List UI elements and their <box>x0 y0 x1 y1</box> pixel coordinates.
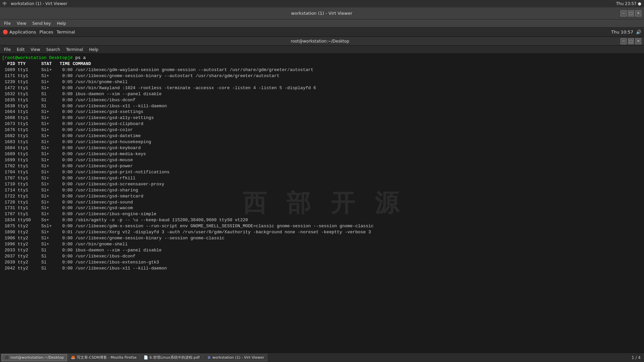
system-lang: 中 <box>3 1 7 7</box>
process-row: 1239 tty1 Sl+ 0:05 /usr/bin/gnome-shell <box>2 79 642 85</box>
process-row: 1635 tty1 Sl 0:00 /usr/libexec/ibus-dcon… <box>2 97 642 103</box>
process-row: 1787 tty1 Sl+ 0:00 /usr/libexec/ibus-eng… <box>2 211 642 217</box>
process-row: 1704 tty1 Sl+ 0:00 /usr/libexec/gsd-prin… <box>2 169 642 175</box>
process-row: 1699 tty1 Sl+ 0:00 /usr/libexec/gsd-mous… <box>2 157 642 163</box>
taskbar-item-firefox[interactable]: 🦊 写文章-CSDN博客 - Mozilla Firefox <box>68 354 140 361</box>
system-datetime: Thu 23:57 ● <box>616 1 641 6</box>
system-bar-right: Thu 23:57 ● <box>616 1 641 6</box>
vm-volume-icon: 🔊 <box>636 29 641 35</box>
process-row: 2037 tty2 Sl 0:00 /usr/libexec/ibus-dcon… <box>2 253 642 259</box>
term-content[interactable]: 西 部 开 源 [root@workstation Desktop]# ps a… <box>0 54 644 353</box>
applications-label: Applications <box>9 29 36 35</box>
system-bar: 中 workstation (1) - Virt Viewer Thu 23:5… <box>0 0 644 7</box>
terminal-menu[interactable]: Terminal <box>57 29 75 35</box>
process-row: 1472 tty1 Sl+ 0:00 /usr/bin/Xwayland :10… <box>2 85 642 91</box>
process-row: 1728 tty1 Sl+ 0:00 /usr/libexec/gsd-soun… <box>2 199 642 205</box>
process-row: 2039 tty2 Sl 0:00 /usr/libexec/ibus-exte… <box>2 259 642 265</box>
terminal-taskbar-icon: ⬛ <box>4 355 9 360</box>
taskbar-item-virt-label: workstation (1) - Virt Viewer <box>212 355 264 360</box>
term-close-button[interactable]: ✕ <box>635 38 641 44</box>
vm-clock: Thu 10:57 <box>611 29 633 35</box>
process-row: 1906 tty2 Sl+ 0:00 /usr/libexec/gnome-se… <box>2 235 642 241</box>
term-menu-edit[interactable]: Edit <box>14 47 27 53</box>
virt-menu-file[interactable]: File <box>1 20 13 26</box>
process-row: 1638 tty1 Sl 0:00 /usr/libexec/ibus-x11 … <box>2 103 642 109</box>
process-row: 1684 tty1 Sl+ 0:00 /usr/libexec/gsd-keyb… <box>2 145 642 151</box>
process-row: 1834 ttyS0 Ss+ 0:00 /sbin/agetty -o -p -… <box>2 217 642 223</box>
process-row: 1731 tty1 Sl+ 0:00 /usr/libexec/gsd-waco… <box>2 205 642 211</box>
process-list: 1089 tty1 Ssl+ 0:00 /usr/libexec/gdm-way… <box>2 67 642 272</box>
taskbar-item-pdf[interactable]: 📄 6.管理Linux系统中的进程.pdf <box>141 354 203 361</box>
pdf-taskbar-icon: 📄 <box>144 355 148 360</box>
system-bar-left: 中 workstation (1) - Virt Viewer <box>3 1 67 7</box>
places-menu[interactable]: Places <box>39 29 53 35</box>
minimize-button[interactable]: ─ <box>621 10 627 16</box>
virt-window-buttons: ─ □ ✕ <box>621 10 641 16</box>
virt-menubar: File View Send key Help <box>0 19 644 27</box>
process-row: 1683 tty1 Sl+ 0:00 /usr/libexec/gsd-hous… <box>2 139 642 145</box>
term-menu-terminal[interactable]: Terminal <box>63 47 86 53</box>
process-row: 1707 tty1 Sl+ 0:00 /usr/libexec/gsd-rfki… <box>2 175 642 181</box>
process-row: 1890 tty2 Sl+ 0:01 /usr/libexec/Xorg vt2… <box>2 229 642 235</box>
applications-menu[interactable]: 🔴 Applications <box>3 29 36 35</box>
term-menu-file[interactable]: File <box>1 47 13 53</box>
process-row: 1702 tty1 Sl+ 0:00 /usr/libexec/gsd-powe… <box>2 163 642 169</box>
virt-menu-help[interactable]: Help <box>54 20 69 26</box>
term-window-title: root@workstation:~/Desktop <box>19 39 621 44</box>
firefox-taskbar-icon: 🦊 <box>71 355 75 360</box>
virt-menu-view[interactable]: View <box>14 20 29 26</box>
virt-taskbar-icon: 🖥 <box>206 355 211 360</box>
process-row: 1875 tty2 Ssl+ 0:00 /usr/libexec/gdm-x-s… <box>2 223 642 229</box>
close-button[interactable]: ✕ <box>635 10 641 16</box>
term-prompt-line: [root@workstation Desktop]# ps a <box>2 55 642 61</box>
taskbar-item-firefox-label: 写文章-CSDN博客 - Mozilla Firefox <box>77 355 137 360</box>
terminal-window: root@workstation:~/Desktop ─ □ ✕ File Ed… <box>0 37 644 353</box>
system-window-title: workstation (1) - Virt Viewer <box>11 1 67 6</box>
term-minimize-button[interactable]: ─ <box>621 38 627 44</box>
process-row: 1714 tty1 Sl+ 0:00 /usr/libexec/gsd-shar… <box>2 187 642 193</box>
term-header-line: PID TTY STAT TIME COMMAND <box>2 61 642 67</box>
vm-window: 🔴 Applications Places Terminal Thu 10:57… <box>0 27 644 362</box>
process-row: 2033 tty2 Sl 0:00 ibus-daemon --xim --pa… <box>2 247 642 253</box>
process-row: 1682 tty1 Sl+ 0:00 /usr/libexec/gsd-date… <box>2 133 642 139</box>
process-row: 1089 tty1 Ssl+ 0:00 /usr/libexec/gdm-way… <box>2 67 642 73</box>
process-row: 1689 tty1 Sl+ 0:00 /usr/libexec/gsd-medi… <box>2 151 642 157</box>
term-menu-search[interactable]: Search <box>44 47 63 53</box>
term-menubar: File Edit View Search Terminal Help <box>0 46 644 54</box>
process-row: 2042 tty2 Sl 0:00 /usr/libexec/ibus-x11 … <box>2 265 642 272</box>
process-row: 1668 tty1 Sl+ 0:00 /usr/libexec/gsd-a11y… <box>2 115 642 121</box>
term-window-buttons: ─ □ ✕ <box>621 38 641 44</box>
process-row: 1722 tty1 Sl+ 0:00 /usr/libexec/gsd-smar… <box>2 193 642 199</box>
term-menu-view[interactable]: View <box>28 47 43 53</box>
taskbar-item-terminal[interactable]: ⬛ root@workstation:~/Desktop <box>1 354 67 361</box>
process-row: 1632 tty1 Sl 0:00 ibus-daemon --xim --pa… <box>2 91 642 97</box>
term-maximize-button[interactable]: □ <box>628 38 634 44</box>
process-row: 1171 tty1 Sl+ 0:00 /usr/libexec/gnome-se… <box>2 73 642 79</box>
taskbar-item-terminal-label: root@workstation:~/Desktop <box>10 355 64 360</box>
process-row: 1664 tty1 Sl+ 0:00 /usr/libexec/gsd-xset… <box>2 109 642 115</box>
process-row: 1710 tty1 Sl+ 0:00 /usr/libexec/gsd-scre… <box>2 181 642 187</box>
term-menu-help[interactable]: Help <box>87 47 101 53</box>
applications-icon: 🔴 <box>3 29 8 35</box>
virt-window-title: workstation (1) - Virt Viewer <box>23 11 621 16</box>
maximize-button[interactable]: □ <box>628 10 634 16</box>
virt-titlebar: workstation (1) - Virt Viewer ─ □ ✕ <box>0 7 644 19</box>
vm-topbar-left: 🔴 Applications Places Terminal <box>3 29 75 35</box>
vm-topbar-right: Thu 10:57 🔊 <box>611 29 641 35</box>
virt-menu-sendkey[interactable]: Send key <box>30 20 54 26</box>
taskbar: ⬛ root@workstation:~/Desktop 🦊 写文章-CSDN博… <box>0 353 644 362</box>
process-row: 1996 tty2 Sl+ 0:00 /usr/bin/gnome-shell <box>2 241 642 247</box>
process-row: 1673 tty1 Sl+ 0:00 /usr/libexec/gsd-clip… <box>2 121 642 127</box>
term-titlebar: root@workstation:~/Desktop ─ □ ✕ <box>0 37 644 46</box>
taskbar-pager: 1 / 4 <box>632 355 643 360</box>
taskbar-item-virt[interactable]: 🖥 workstation (1) - Virt Viewer <box>203 354 267 361</box>
process-row: 1676 tty1 Sl+ 0:00 /usr/libexec/gsd-colo… <box>2 127 642 133</box>
vm-topbar: 🔴 Applications Places Terminal Thu 10:57… <box>0 27 644 37</box>
taskbar-item-pdf-label: 6.管理Linux系统中的进程.pdf <box>150 355 200 360</box>
outer-window: 中 workstation (1) - Virt Viewer Thu 23:5… <box>0 0 644 362</box>
